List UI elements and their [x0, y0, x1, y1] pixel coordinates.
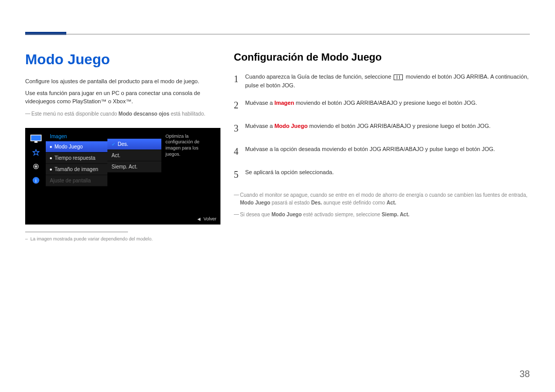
step-4: 4 Muévase a la opción deseada moviendo e…: [234, 145, 529, 159]
note-text-post: está habilitado.: [169, 111, 205, 117]
step-text: Muévase a Imagen moviendo el botón JOG A…: [245, 99, 529, 113]
monitor-icon: [30, 134, 42, 143]
svg-text:i: i: [35, 178, 37, 183]
osd-screenshot: i Imagen Modo Juego Tiempo respuesta Tam…: [25, 128, 220, 225]
bold: Modo Juego: [271, 212, 302, 217]
step-text: Se aplicará la opción seleccionada.: [245, 168, 529, 182]
section-heading: Modo Juego: [25, 51, 220, 68]
osd-category-title: Imagen: [46, 130, 107, 141]
bullet-icon: [50, 146, 52, 148]
bold: Siemp. Act.: [382, 212, 410, 217]
highlight: Imagen: [274, 100, 294, 106]
osd-description: Optimiza la configuración de imagen para…: [162, 131, 217, 160]
osd-options-panel: ✔Des. Act. Siemp. Act.: [107, 139, 161, 173]
step-text: Muévase a la opción deseada moviendo el …: [245, 145, 529, 159]
bold: Act.: [386, 200, 396, 206]
svg-point-4: [35, 165, 37, 167]
step-2: 2 Muévase a Imagen moviendo el botón JOG…: [234, 99, 529, 113]
svg-rect-2: [34, 141, 38, 143]
step-number: 3: [234, 122, 245, 136]
image-caption: La imagen mostrada puede variar dependie…: [25, 236, 220, 241]
info-icon: i: [30, 176, 42, 185]
osd-menu-item-selected: Modo Juego: [46, 141, 107, 153]
accent-bar: [25, 32, 66, 35]
bold: Modo Juego: [240, 200, 270, 206]
osd-footer: ◀Volver: [197, 216, 216, 221]
steps-list: 1 Cuando aparezca la Guía de teclas de f…: [234, 72, 529, 182]
subsection-heading: Configuración de Modo Juego: [234, 51, 529, 63]
note-text: Este menú no está disponible cuando: [31, 111, 119, 117]
osd-option-selected: ✔Des.: [107, 139, 161, 150]
osd-sidebar-icons: i: [30, 134, 42, 190]
osd-item-label: Modo Juego: [54, 144, 83, 150]
bullet-icon: [50, 157, 52, 159]
note-bold: Modo descanso ojos: [119, 111, 170, 117]
step-number: 1: [234, 72, 245, 89]
gear-icon: [30, 162, 42, 171]
availability-note: Este menú no está disponible cuando Modo…: [25, 110, 220, 118]
footnote-1: Cuando el monitor se apague, cuando se e…: [234, 191, 529, 207]
step-text: Muévase a Modo Juego moviendo el botón J…: [245, 122, 529, 136]
left-column: Modo Juego Configure los ajustes de pant…: [25, 51, 220, 241]
osd-option: Act.: [107, 150, 161, 161]
menu-icon: [394, 74, 403, 80]
right-column: Configuración de Modo Juego 1 Cuando apa…: [234, 51, 529, 218]
footnote-2: Si desea que Modo Juego esté activado si…: [234, 211, 529, 218]
osd-option-label: Des.: [118, 141, 128, 147]
osd-item-label: Ajuste de pantalla: [50, 178, 91, 183]
step-number: 5: [234, 168, 245, 182]
step-number: 2: [234, 99, 245, 113]
osd-menu-panel: Imagen Modo Juego Tiempo respuesta Tamañ…: [46, 130, 107, 186]
highlight: Modo Juego: [274, 123, 308, 129]
step-1: 1 Cuando aparezca la Guía de teclas de f…: [234, 72, 529, 89]
osd-option: Siemp. Act.: [107, 161, 161, 173]
bullet-icon: [50, 169, 52, 171]
osd-back-label: Volver: [203, 216, 216, 221]
back-arrow-icon: ◀: [197, 217, 200, 221]
step-5: 5 Se aplicará la opción seleccionada.: [234, 168, 529, 182]
header-divider: [25, 34, 530, 34]
osd-menu-item: Tamaño de imagen: [46, 164, 107, 175]
intro-para-2: Use esta función para jugar en un PC o p…: [25, 89, 220, 106]
osd-menu-item-disabled: Ajuste de pantalla: [46, 175, 107, 186]
step-text: Cuando aparezca la Guía de teclas de fun…: [245, 72, 529, 89]
check-icon: ✔: [112, 142, 116, 147]
osd-item-label: Tamaño de imagen: [54, 166, 98, 172]
step-number: 4: [234, 145, 245, 159]
osd-item-label: Tiempo respuesta: [54, 155, 96, 161]
osd-menu-item: Tiempo respuesta: [46, 153, 107, 164]
intro-para-1: Configure los ajustes de pantalla del pr…: [25, 77, 220, 86]
bold: Des.: [311, 200, 322, 206]
svg-rect-1: [31, 135, 41, 140]
page-number: 38: [520, 369, 530, 380]
step-3: 3 Muévase a Modo Juego moviendo el botón…: [234, 122, 529, 136]
caption-divider: [25, 232, 128, 232]
star-icon: [30, 148, 42, 157]
